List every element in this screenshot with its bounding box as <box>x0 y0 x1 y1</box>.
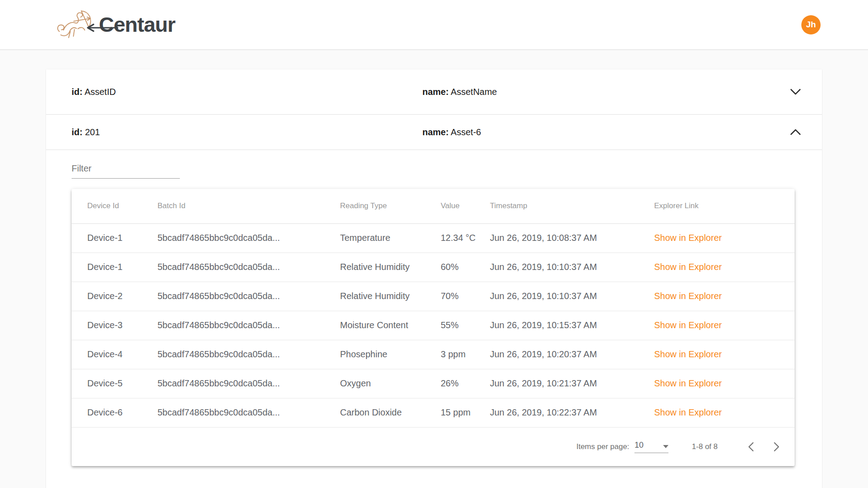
left-arrow-icon <box>85 23 119 32</box>
cell-device-id: Device-2 <box>72 282 157 311</box>
table-row: Device-2 5bcadf74865bbc9c0dca05da... Rel… <box>72 282 795 311</box>
items-per-page-label: Items per page: <box>576 442 629 451</box>
centaur-logo[interactable]: Centaur <box>56 8 175 42</box>
id-value: 201 <box>85 127 100 137</box>
cell-timestamp: Jun 26, 2019, 10:20:37 AM <box>490 340 654 369</box>
cell-reading-type: Oxygen <box>340 369 441 398</box>
panel-id-field: id: AssetID <box>72 87 422 97</box>
column-header-explorer-link: Explorer Link <box>654 189 795 223</box>
cell-device-id: Device-3 <box>72 311 157 340</box>
cell-reading-type: Temperature <box>340 223 441 253</box>
filter-field <box>72 160 180 179</box>
cell-reading-type: Relative Humidity <box>340 253 441 282</box>
name-label: name: <box>422 87 449 97</box>
cell-device-id: Device-1 <box>72 223 157 253</box>
cell-device-id: Device-4 <box>72 340 157 369</box>
show-in-explorer-link[interactable]: Show in Explorer <box>654 233 722 243</box>
show-in-explorer-link[interactable]: Show in Explorer <box>654 291 722 301</box>
name-value: Asset-6 <box>451 127 481 137</box>
chevron-left-icon <box>747 441 755 452</box>
id-label: id: <box>72 87 82 97</box>
panel-id-field: id: 201 <box>72 127 422 137</box>
triangle-down-icon <box>663 445 668 448</box>
asset-panel-header-collapsed[interactable]: id: AssetID name: AssetName <box>46 69 822 114</box>
table-row: Device-4 5bcadf74865bbc9c0dca05da... Pho… <box>72 340 795 369</box>
readings-table: Device Id Batch Id Reading Type Value Ti… <box>72 189 795 428</box>
show-in-explorer-link[interactable]: Show in Explorer <box>654 349 722 359</box>
cell-device-id: Device-6 <box>72 398 157 427</box>
cell-batch-id: 5bcadf74865bbc9c0dca05da... <box>157 340 340 369</box>
page-range-label: 1-8 of 8 <box>692 442 718 451</box>
table-header-row: Device Id Batch Id Reading Type Value Ti… <box>72 189 795 223</box>
cell-value: 26% <box>441 369 490 398</box>
show-in-explorer-link[interactable]: Show in Explorer <box>654 320 722 330</box>
cell-timestamp: Jun 26, 2019, 10:08:37 AM <box>490 223 654 253</box>
panel-name-field: name: Asset-6 <box>422 127 790 137</box>
id-label: id: <box>72 127 82 137</box>
asset-panel-header-expanded[interactable]: id: 201 name: Asset-6 <box>46 115 822 150</box>
cell-batch-id: 5bcadf74865bbc9c0dca05da... <box>157 311 340 340</box>
table-row: Device-6 5bcadf74865bbc9c0dca05da... Car… <box>72 398 795 427</box>
chevron-down-icon[interactable] <box>790 88 801 95</box>
readings-table-card: Device Id Batch Id Reading Type Value Ti… <box>72 189 795 466</box>
page-size-value: 10 <box>634 441 643 450</box>
previous-page-button[interactable] <box>742 438 760 456</box>
cell-value: 3 ppm <box>441 340 490 369</box>
table-row: Device-1 5bcadf74865bbc9c0dca05da... Rel… <box>72 253 795 282</box>
cell-timestamp: Jun 26, 2019, 10:15:37 AM <box>490 311 654 340</box>
cell-value: 55% <box>441 311 490 340</box>
show-in-explorer-link[interactable]: Show in Explorer <box>654 262 722 272</box>
cell-batch-id: 5bcadf74865bbc9c0dca05da... <box>157 398 340 427</box>
cell-reading-type: Carbon Dioxide <box>340 398 441 427</box>
cell-reading-type: Moisture Content <box>340 311 441 340</box>
column-header-value: Value <box>441 189 490 223</box>
name-value: AssetName <box>451 87 497 97</box>
cell-value: 70% <box>441 282 490 311</box>
filter-input[interactable] <box>72 160 180 179</box>
column-header-batch-id: Batch Id <box>157 189 340 223</box>
app-header: Centaur Jh <box>0 0 868 50</box>
cell-timestamp: Jun 26, 2019, 10:10:37 AM <box>490 253 654 282</box>
paginator: Items per page: 10 1-8 of 8 <box>72 428 795 466</box>
asset-panel-list: id: AssetID name: AssetName id: 201 name… <box>46 69 822 488</box>
cell-timestamp: Jun 26, 2019, 10:21:37 AM <box>490 369 654 398</box>
panel-name-field: name: AssetName <box>422 87 790 97</box>
show-in-explorer-link[interactable]: Show in Explorer <box>654 407 722 417</box>
table-row: Device-5 5bcadf74865bbc9c0dca05da... Oxy… <box>72 369 795 398</box>
user-avatar[interactable]: Jh <box>801 15 821 34</box>
chevron-right-icon <box>773 441 781 452</box>
column-header-device-id: Device Id <box>72 189 157 223</box>
cell-batch-id: 5bcadf74865bbc9c0dca05da... <box>157 253 340 282</box>
name-label: name: <box>422 127 449 137</box>
cell-timestamp: Jun 26, 2019, 10:10:37 AM <box>490 282 654 311</box>
cell-timestamp: Jun 26, 2019, 10:22:37 AM <box>490 398 654 427</box>
column-header-reading-type: Reading Type <box>340 189 441 223</box>
cell-batch-id: 5bcadf74865bbc9c0dca05da... <box>157 369 340 398</box>
cell-reading-type: Phosephine <box>340 340 441 369</box>
table-row: Device-3 5bcadf74865bbc9c0dca05da... Moi… <box>72 311 795 340</box>
page-size-select[interactable]: 10 <box>634 441 668 453</box>
chevron-up-icon[interactable] <box>790 128 801 136</box>
cell-value: 15 ppm <box>441 398 490 427</box>
paginator-nav <box>742 438 786 456</box>
column-header-timestamp: Timestamp <box>490 189 654 223</box>
cell-device-id: Device-1 <box>72 253 157 282</box>
cell-batch-id: 5bcadf74865bbc9c0dca05da... <box>157 282 340 311</box>
logo-wordmark: Centaur <box>99 13 175 36</box>
next-page-button[interactable] <box>768 438 786 456</box>
cell-batch-id: 5bcadf74865bbc9c0dca05da... <box>157 223 340 253</box>
cell-device-id: Device-5 <box>72 369 157 398</box>
table-row: Device-1 5bcadf74865bbc9c0dca05da... Tem… <box>72 223 795 253</box>
cell-value: 60% <box>441 253 490 282</box>
show-in-explorer-link[interactable]: Show in Explorer <box>654 378 722 388</box>
cell-reading-type: Relative Humidity <box>340 282 441 311</box>
id-value: AssetID <box>85 87 116 97</box>
asset-panel-content: Device Id Batch Id Reading Type Value Ti… <box>46 150 822 488</box>
cell-value: 12.34 °C <box>441 223 490 253</box>
